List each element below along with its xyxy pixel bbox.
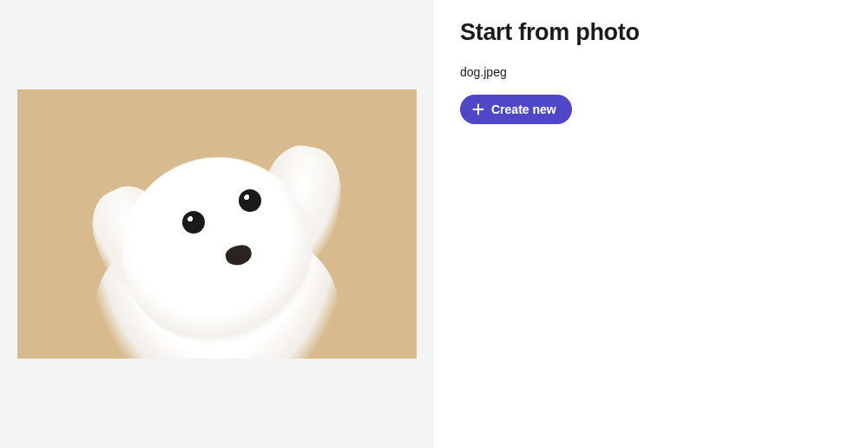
right-panel: Start from photo dog.jpeg Create new <box>434 0 868 448</box>
photo-preview[interactable] <box>17 89 417 359</box>
page-title: Start from photo <box>460 19 842 46</box>
filename-label: dog.jpeg <box>460 65 842 79</box>
plus-icon <box>472 103 484 115</box>
photo-preview-panel <box>0 0 434 448</box>
create-new-button[interactable]: Create new <box>460 95 572 124</box>
create-button-label: Create new <box>491 102 556 116</box>
